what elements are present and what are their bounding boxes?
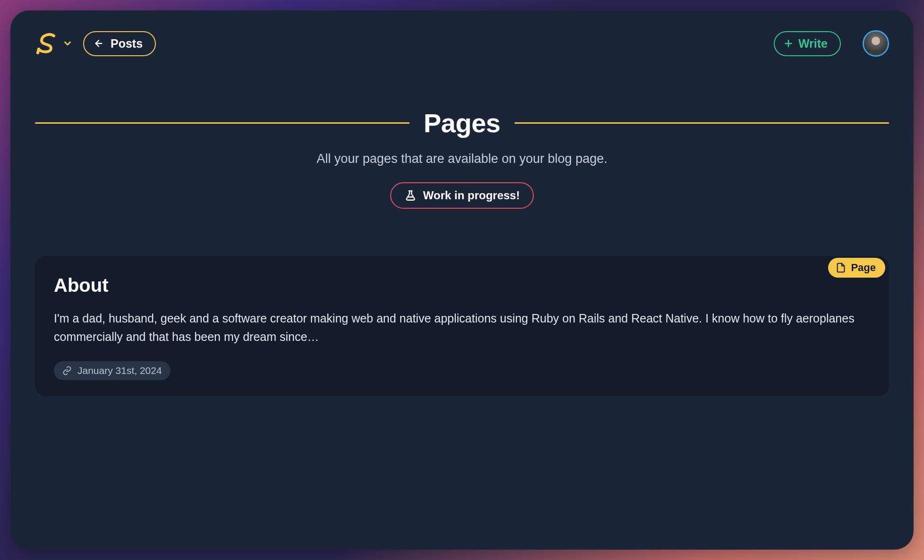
page-badge: Page [828, 258, 885, 278]
page-card[interactable]: Page About I'm a dad, husband, geek and … [35, 256, 889, 396]
chevron-down-icon[interactable] [62, 38, 73, 49]
title-row: Pages [35, 108, 889, 138]
flask-icon [404, 189, 417, 202]
write-button-label: Write [798, 37, 828, 51]
plus-icon [783, 38, 794, 49]
page-badge-label: Page [851, 262, 876, 274]
link-icon [62, 366, 72, 375]
wip-badge: Work in progress! [390, 182, 534, 209]
card-title: About [54, 275, 870, 296]
app-panel: Posts Write [10, 10, 914, 550]
svg-point-4 [872, 37, 880, 45]
page-subtitle: All your pages that are available on you… [35, 152, 889, 166]
logo-group [35, 31, 73, 56]
card-area: Page About I'm a dad, husband, geek and … [35, 256, 889, 396]
card-description: I'm a dad, husband, geek and a software … [54, 309, 870, 346]
wip-label: Work in progress! [423, 189, 520, 202]
rule-right [514, 122, 889, 124]
header: Posts Write [35, 30, 889, 57]
logo-icon[interactable] [35, 31, 60, 56]
write-button[interactable]: Write [774, 31, 841, 56]
card-date: January 31st, 2024 [77, 365, 162, 376]
wip-wrap: Work in progress! [35, 182, 889, 209]
page-title: Pages [424, 108, 501, 138]
rule-left [35, 122, 410, 124]
posts-button-label: Posts [111, 37, 143, 51]
posts-button[interactable]: Posts [83, 31, 156, 56]
file-icon [836, 263, 846, 273]
date-pill: January 31st, 2024 [54, 361, 171, 380]
avatar[interactable] [863, 30, 889, 57]
arrow-left-icon [94, 38, 104, 49]
